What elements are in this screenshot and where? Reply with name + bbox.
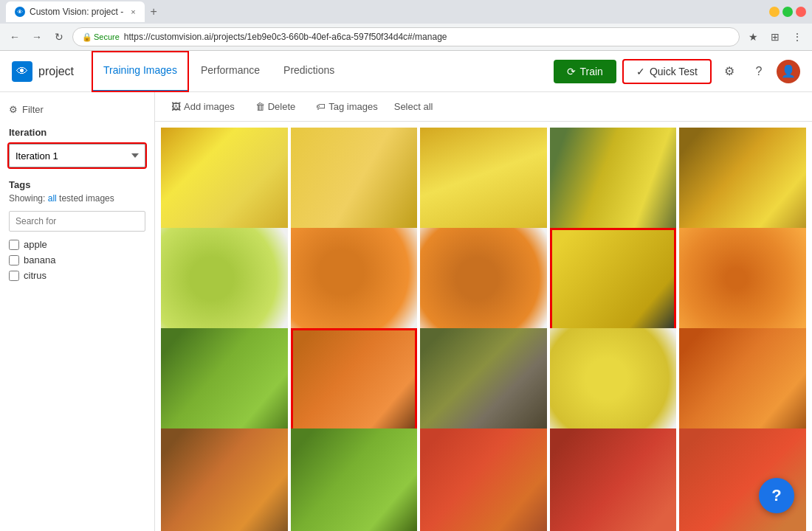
browser-tab[interactable]: 👁 Custom Vision: project - × xyxy=(6,1,145,22)
maximize-button[interactable] xyxy=(782,7,793,17)
tab-close-btn[interactable]: × xyxy=(131,7,135,16)
help-icon[interactable]: ? xyxy=(747,60,771,83)
user-avatar[interactable]: 👤 xyxy=(777,60,800,83)
tag-checkbox-citrus[interactable] xyxy=(9,271,19,281)
browser-toolbar: ★ ⊞ ⋮ xyxy=(744,28,806,46)
showing-all-link[interactable]: all xyxy=(48,193,57,204)
new-tab-button[interactable]: + xyxy=(151,5,157,18)
tag-icon: 🏷 xyxy=(316,101,326,112)
image-cell[interactable] xyxy=(291,428,418,531)
tab-training-images[interactable]: Training Images xyxy=(92,51,189,92)
forward-button[interactable]: → xyxy=(28,28,46,46)
extensions-icon[interactable]: ⊞ xyxy=(766,28,784,46)
header-actions: ⟳ Train ✓ Quick Test ⚙ ? 👤 xyxy=(554,59,801,84)
image-toolbar: 🖼 Add images 🗑 Delete 🏷 Tag images Selec… xyxy=(155,92,812,122)
content-area: 🖼 Add images 🗑 Delete 🏷 Tag images Selec… xyxy=(155,92,812,531)
tags-header: Tags xyxy=(9,179,145,190)
filter-button[interactable]: ⚙ Filter xyxy=(9,104,145,115)
window-controls xyxy=(769,7,806,17)
minimize-button[interactable] xyxy=(769,7,780,17)
tab-predictions[interactable]: Predictions xyxy=(272,51,346,92)
train-button[interactable]: ⟳ Train xyxy=(554,60,616,83)
tag-item-banana[interactable]: banana xyxy=(9,254,145,266)
tab-favicon: 👁 xyxy=(15,7,25,17)
app-header: 👁 project Training Images Performance Pr… xyxy=(0,51,812,92)
tags-section: Tags Showing: all tested images apple ba… xyxy=(9,179,145,281)
tag-images-button[interactable]: 🏷 Tag images xyxy=(312,98,382,115)
tab-title: Custom Vision: project - xyxy=(30,7,123,17)
title-bar: 👁 Custom Vision: project - × + xyxy=(0,0,812,24)
iteration-select[interactable]: Iteration 1 xyxy=(9,144,145,167)
help-fab-button[interactable]: ? xyxy=(759,478,794,513)
filter-icon: ⚙ xyxy=(9,104,18,115)
quick-test-button[interactable]: ✓ Quick Test xyxy=(622,59,712,84)
iteration-label: Iteration xyxy=(9,127,145,138)
logo-icon: 👁 xyxy=(12,61,32,82)
address-bar: ← → ↻ 🔒 Secure https://customvision.ai/p… xyxy=(0,24,812,50)
tag-checkbox-banana[interactable] xyxy=(9,255,19,266)
close-window-button[interactable] xyxy=(796,7,806,17)
iteration-section: Iteration Iteration 1 xyxy=(9,127,145,167)
image-cell[interactable] xyxy=(420,428,547,531)
eye-icon: 👁 xyxy=(16,65,28,78)
image-grid xyxy=(155,122,812,531)
url-text: https://customvision.ai/projects/1eb9e0c… xyxy=(124,32,447,42)
refresh-button[interactable]: ↻ xyxy=(50,28,68,46)
tag-search-input[interactable] xyxy=(9,211,145,232)
select-all-button[interactable]: Select all xyxy=(394,101,433,112)
app-title: project xyxy=(38,65,74,78)
image-cell[interactable] xyxy=(679,428,806,531)
main-nav: Training Images Performance Predictions xyxy=(92,51,553,92)
secure-badge: 🔒 Secure xyxy=(82,32,120,42)
tag-item-apple[interactable]: apple xyxy=(9,239,145,250)
delete-button[interactable]: 🗑 Delete xyxy=(251,98,300,115)
add-images-button[interactable]: 🖼 Add images xyxy=(167,98,239,115)
image-cell[interactable] xyxy=(161,428,288,531)
back-button[interactable]: ← xyxy=(6,28,24,46)
image-cell[interactable] xyxy=(550,428,677,531)
delete-icon: 🗑 xyxy=(255,101,265,112)
bookmark-icon[interactable]: ★ xyxy=(744,28,762,46)
help-fab-icon: ? xyxy=(771,486,781,505)
tag-item-citrus[interactable]: citrus xyxy=(9,270,145,281)
url-bar[interactable]: 🔒 Secure https://customvision.ai/project… xyxy=(72,27,740,46)
main-layout: ⚙ Filter Iteration Iteration 1 Tags Show… xyxy=(0,92,812,531)
checkmark-icon: ✓ xyxy=(636,66,645,77)
showing-text: Showing: all tested images xyxy=(9,193,145,204)
train-icon: ⟳ xyxy=(567,66,576,77)
add-icon: 🖼 xyxy=(171,101,181,112)
settings-icon[interactable]: ⚙ xyxy=(718,60,741,83)
app-logo: 👁 project xyxy=(12,61,74,82)
tag-checkbox-apple[interactable] xyxy=(9,240,19,250)
menu-icon[interactable]: ⋮ xyxy=(788,28,806,46)
browser-chrome: 👁 Custom Vision: project - × + ← → ↻ 🔒 S… xyxy=(0,0,812,51)
sidebar: ⚙ Filter Iteration Iteration 1 Tags Show… xyxy=(0,92,155,531)
tab-performance[interactable]: Performance xyxy=(189,51,272,92)
